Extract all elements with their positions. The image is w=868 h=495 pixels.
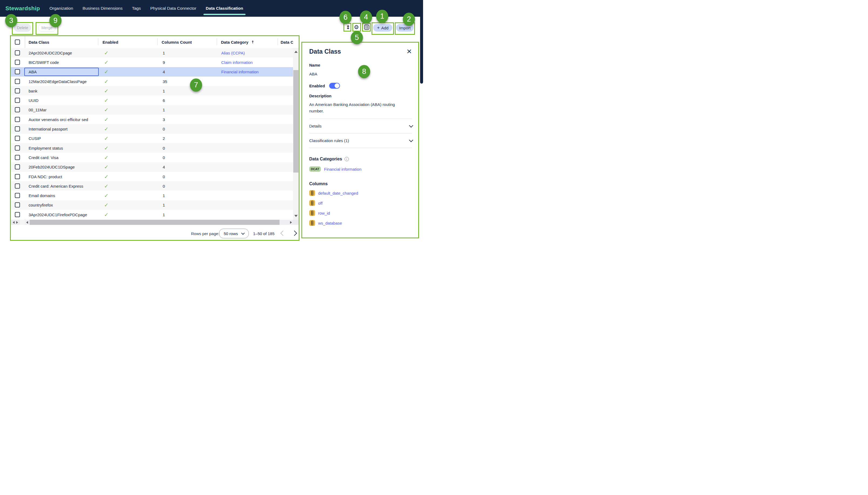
row-checkbox[interactable] xyxy=(15,126,20,132)
column-settings-icon[interactable] xyxy=(363,24,370,31)
enabled-toggle[interactable] xyxy=(329,83,340,89)
table-row[interactable]: 00_11Mar✓1 xyxy=(11,105,293,115)
row-checkbox[interactable] xyxy=(15,212,20,217)
row-height-icon[interactable]: ↕ xyxy=(345,24,352,31)
data-class-name-cell[interactable]: 3Apr2024UDC1FirefoxPDCpage xyxy=(29,212,87,217)
row-checkbox[interactable] xyxy=(15,50,20,55)
data-category-link[interactable]: Claim information xyxy=(221,60,253,65)
column-link[interactable]: row_id xyxy=(318,211,330,216)
rows-per-page-select[interactable]: 50 rows xyxy=(219,228,249,238)
row-checkbox[interactable] xyxy=(15,193,20,198)
column-header-enabled[interactable]: Enabled xyxy=(102,36,118,48)
panel-title: Data Class xyxy=(309,48,341,55)
nav-item-tags[interactable]: Tags xyxy=(132,0,141,17)
data-class-name-cell[interactable]: UUID xyxy=(29,98,38,103)
row-checkbox[interactable] xyxy=(15,165,20,170)
horizontal-scrollbar-thumb[interactable] xyxy=(30,220,280,225)
track-right-arrow[interactable] xyxy=(290,221,292,224)
data-category-link[interactable]: Financial information xyxy=(221,70,258,74)
close-icon[interactable]: × xyxy=(406,48,412,54)
row-checkbox[interactable] xyxy=(15,136,20,141)
table-row[interactable]: Auctor venenatis orci efficitur sed✓3 xyxy=(11,115,293,124)
data-class-name-cell[interactable]: 00_11Mar xyxy=(29,107,46,112)
table-row[interactable]: 20Feb2024UDC1DSpage✓4 xyxy=(11,162,293,172)
previous-page-chevron[interactable] xyxy=(280,231,286,236)
row-checkbox[interactable] xyxy=(15,69,20,74)
data-class-name-cell[interactable]: International passport xyxy=(29,127,67,131)
row-checkbox[interactable] xyxy=(15,59,20,65)
row-checkbox[interactable] xyxy=(15,145,20,151)
column-header-data-category[interactable]: Data Category ↑ xyxy=(221,36,254,48)
nav-item-business-dimensions[interactable]: Business Dimensions xyxy=(83,0,122,17)
column-link[interactable]: default_date_changed xyxy=(318,191,358,195)
scroll-up-arrow[interactable] xyxy=(294,51,298,53)
table-row[interactable]: Email domains✓1 xyxy=(11,191,293,200)
info-icon[interactable]: i xyxy=(345,157,349,161)
row-checkbox[interactable] xyxy=(15,174,20,179)
data-class-name-cell[interactable]: Auctor venenatis orci efficitur sed xyxy=(29,117,88,122)
row-checkbox[interactable] xyxy=(15,117,20,122)
row-checkbox[interactable] xyxy=(15,98,20,103)
column-link[interactable]: ws_database xyxy=(318,221,342,225)
data-class-name-cell[interactable]: ABA xyxy=(29,70,37,74)
column-link[interactable]: off xyxy=(318,201,322,205)
row-checkbox[interactable] xyxy=(15,107,20,113)
data-class-name-cell[interactable]: Employment status xyxy=(29,146,63,150)
table-row[interactable]: Credit card: Visa✓0 xyxy=(11,153,293,162)
table-row[interactable]: Credit card: American Express✓0 xyxy=(11,181,293,191)
table-row[interactable]: 12Mar2024EdgeDataClassPage✓35 xyxy=(11,76,293,86)
table-row[interactable]: UUID✓6 xyxy=(11,96,293,105)
scroll-left-arrow[interactable] xyxy=(13,221,15,224)
table-row[interactable]: BIC/SWIFT code✓9Claim information xyxy=(11,57,293,67)
table-row[interactable]: countryfirefox✓1 xyxy=(11,200,293,210)
row-checkbox[interactable] xyxy=(15,203,20,208)
horizontal-scrollbar[interactable] xyxy=(11,220,299,225)
data-class-name-cell[interactable]: 12Mar2024EdgeDataClassPage xyxy=(29,79,87,84)
category-link[interactable]: Financial information xyxy=(324,167,361,171)
row-checkbox[interactable] xyxy=(15,155,20,160)
data-class-name-cell[interactable]: 20Feb2024UDC1DSpage xyxy=(29,165,75,169)
table-row[interactable]: Employment status✓0 xyxy=(11,143,293,153)
columns-count-cell: 0 xyxy=(163,146,165,150)
delete-button[interactable]: Delete xyxy=(14,24,31,32)
gear-icon[interactable]: ⚙ xyxy=(353,24,360,31)
data-class-name-cell[interactable]: BIC/SWIFT code xyxy=(29,60,59,65)
table-row[interactable]: 3Apr2024UDC1FirefoxPDCpage✓1 xyxy=(11,210,293,219)
classification-rules-accordion[interactable]: Classification rules (1) xyxy=(309,134,412,148)
scroll-down-arrow[interactable] xyxy=(294,215,298,217)
table-row[interactable]: CUSIP✓2 xyxy=(11,134,293,143)
data-class-name-cell[interactable]: Credit card: American Express xyxy=(29,184,83,188)
column-header-columns-count[interactable]: Columns Count xyxy=(162,36,192,48)
data-class-name-cell[interactable]: Email domains xyxy=(29,193,55,198)
data-category-link[interactable]: Alias (CCPA) xyxy=(221,50,245,55)
select-all-checkbox[interactable] xyxy=(15,40,20,45)
scroll-corner-buttons[interactable] xyxy=(11,220,20,225)
table-row[interactable]: bank✓1 xyxy=(11,86,293,96)
data-class-name-cell[interactable]: 2Apr2024UDC2DCpage xyxy=(29,50,72,55)
details-accordion[interactable]: Details xyxy=(309,119,412,133)
column-header-data-class[interactable]: Data Class xyxy=(29,36,49,48)
row-checkbox[interactable] xyxy=(15,88,20,93)
column-header-data-c-truncated[interactable]: Data C xyxy=(281,36,293,48)
table-row[interactable]: International passport✓0 xyxy=(11,124,293,134)
data-class-name-cell[interactable]: bank xyxy=(29,88,37,93)
scroll-right-arrow[interactable] xyxy=(16,221,18,224)
data-class-name-cell[interactable]: CUSIP xyxy=(29,136,41,141)
track-left-arrow[interactable] xyxy=(26,221,28,224)
sort-ascending-icon[interactable]: ↑ xyxy=(251,40,254,44)
data-class-name-cell[interactable]: FDA NDC: product xyxy=(29,174,62,179)
row-checkbox[interactable] xyxy=(15,183,20,188)
row-checkbox[interactable] xyxy=(15,79,20,84)
table-row[interactable]: FDA NDC: product✓0 xyxy=(11,172,293,181)
table-row[interactable]: 2Apr2024UDC2DCpage✓1Alias (CCPA) xyxy=(11,48,293,57)
next-page-chevron[interactable] xyxy=(292,231,297,236)
vertical-scrollbar-thumb[interactable] xyxy=(293,70,298,173)
enabled-label: Enabled xyxy=(309,84,325,88)
nav-item-data-classification[interactable]: Data Classification xyxy=(206,0,244,17)
vertical-scrollbar[interactable] xyxy=(293,48,299,220)
data-class-name-cell[interactable]: countryfirefox xyxy=(29,203,53,207)
table-row[interactable]: ABA✓4Financial information xyxy=(11,67,293,76)
nav-item-physical-data-connector[interactable]: Physical Data Connector xyxy=(150,0,197,17)
add-button[interactable]: + Add xyxy=(373,24,392,32)
data-class-name-cell[interactable]: Credit card: Visa xyxy=(29,155,59,159)
